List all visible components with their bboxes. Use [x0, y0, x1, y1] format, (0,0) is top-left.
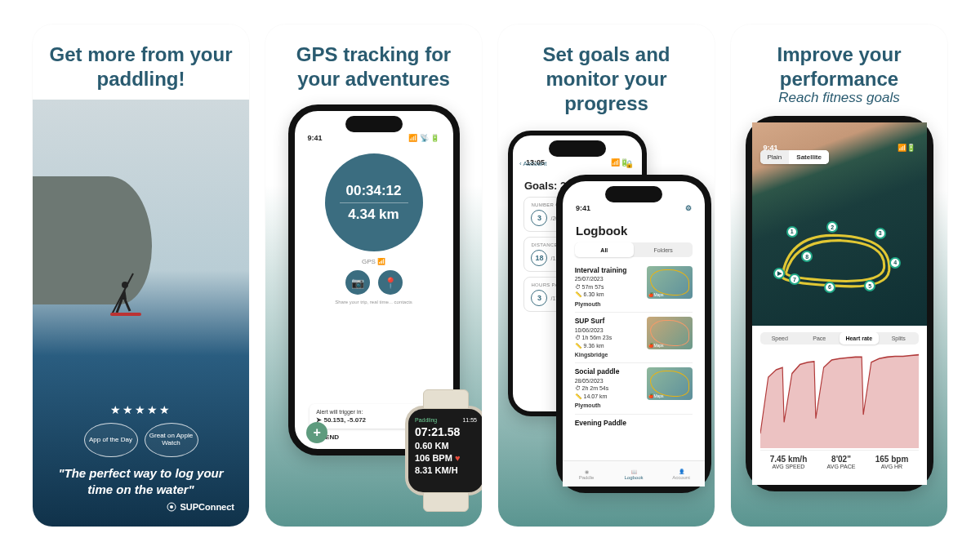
tab-all[interactable]: All	[575, 242, 634, 257]
status-time: 9:41	[308, 134, 323, 142]
svg-rect-4	[110, 313, 141, 316]
distance-value: 4.34 km	[340, 202, 408, 223]
panel-3-body: 13:05📶🔋 ‹ Account 🔒 Goals: 2024 NUMBER O…	[498, 124, 715, 527]
watch-heart-rate: 106 BPM ♥	[415, 453, 477, 463]
nav-paddle[interactable]: ◉Paddle	[563, 461, 610, 487]
promo-panel-4: Improve your performance Reach fitness g…	[731, 24, 947, 527]
lock-icon[interactable]: 🔒	[625, 160, 634, 168]
map-mode-plain[interactable]: Plain	[760, 150, 790, 164]
heart-icon: ♥	[455, 453, 461, 463]
chart-tabs[interactable]: Speed Pace Heart rate Splits	[760, 332, 919, 344]
subheadline-4: Reach fitness goals	[778, 90, 899, 106]
log-entry[interactable]: Interval training25/07/2023⏱ 57m 57s📏 6.…	[575, 262, 693, 313]
status-time: 9:41	[576, 204, 590, 212]
headline-3: Set goals and monitor your progress	[498, 24, 715, 124]
badge-apple-watch: Great on Apple Watch	[145, 423, 198, 457]
log-map-thumb: 🍎Maps	[647, 367, 693, 400]
nav-account[interactable]: 👤Account	[657, 461, 705, 487]
log-text: Evening Paddle	[575, 419, 693, 428]
logbook-icon: 📖	[631, 469, 637, 474]
status-time: 9:41	[764, 144, 778, 152]
watch-clock: 11:55	[462, 417, 477, 423]
waypoint: 1	[786, 226, 798, 238]
nav-logbook[interactable]: 📖Logbook	[610, 461, 657, 487]
promo-panel-2: GPS tracking for your adventures 9:41 📶 …	[265, 24, 482, 527]
svg-line-3	[125, 300, 130, 311]
status-indicators: 📶 📡 🔋	[408, 134, 439, 142]
elapsed-time: 00:34:12	[345, 183, 401, 199]
stat-avg-hr: 165 bpmAVG HR	[875, 455, 909, 469]
log-entry[interactable]: Social paddle28/05/2023⏱ 2h 2m 54s📏 14.0…	[575, 363, 693, 414]
review-quote: "The perfect way to log your time on the…	[47, 465, 234, 497]
bottom-nav: ◉Paddle 📖Logbook 👤Account	[563, 460, 705, 487]
award-badges: App of the Day Great on Apple Watch	[84, 423, 198, 457]
satellite-map[interactable]: Plain Satellite ▶ 1 2 3 4 5 6 7 8	[752, 122, 927, 326]
waypoint: 6	[824, 282, 835, 293]
watch-elapsed: 07:21.58	[415, 425, 477, 438]
logbook-tabs[interactable]: All Folders	[575, 242, 693, 257]
promo-panel-1: Get more from your paddling! ★★★★★ App o…	[33, 24, 249, 527]
logbook-screen: 9:41⚙ Logbook All Folders Interval train…	[563, 181, 705, 487]
performance-screen: 9:41📶🔋 Plain Satellite ▶ 1 2 3 4 5	[752, 122, 927, 485]
logbook-title: Logbook	[576, 224, 627, 238]
camera-button[interactable]: 📷	[345, 270, 370, 295]
goal-value: 3	[531, 210, 547, 226]
waypoint: 3	[875, 228, 886, 239]
headline-4: Improve your performance	[731, 24, 947, 93]
status-indicators: 📶🔋	[898, 144, 915, 152]
share-hint: Share your trip, real time... contacts	[335, 300, 412, 305]
tab-speed[interactable]: Speed	[760, 332, 800, 344]
star-rating: ★★★★★	[110, 403, 172, 416]
watch-screen: Paddling 11:55 07:21.58 0.60 KM 106 BPM …	[405, 406, 482, 495]
watch-activity-label: Paddling	[415, 417, 437, 423]
tab-heart-rate[interactable]: Heart rate	[840, 332, 880, 344]
map-mode-satellite[interactable]: Satellite	[789, 150, 829, 164]
activity-stat-circle[interactable]: 00:34:12 4.34 km	[325, 153, 423, 251]
stat-avg-speed: 7.45 km/hAVG SPEED	[770, 455, 808, 469]
tab-folders[interactable]: Folders	[634, 242, 693, 257]
log-map-thumb: 🍎Maps	[647, 317, 693, 349]
goal-value: 18	[531, 250, 547, 266]
watch-mockup: Paddling 11:55 07:21.58 0.60 KM 106 BPM …	[397, 389, 482, 512]
log-text: SUP Surf10/06/2023⏱ 1h 56m 23s📏 9.36 kmK…	[575, 317, 643, 358]
quote-attribution: SUPConnect	[167, 502, 234, 512]
status-bar: 9:41📶🔋	[752, 144, 927, 152]
gps-track: ▶ 1 2 3 4 5 6 7 8	[776, 220, 902, 296]
summary-stats: 7.45 km/hAVG SPEED 8'02"AVG PACE 165 bpm…	[760, 450, 919, 469]
log-map-thumb: 🍎Maps	[647, 266, 693, 299]
svg-point-1	[122, 282, 128, 288]
map-mode-toggle[interactable]: Plain Satellite	[760, 150, 829, 164]
phone-mockup-performance: 9:41📶🔋 Plain Satellite ▶ 1 2 3 4 5	[746, 116, 933, 491]
log-text: Interval training25/07/2023⏱ 57m 57s📏 6.…	[575, 266, 643, 308]
paddle-icon: ◉	[585, 469, 589, 474]
settings-icon[interactable]: ⚙	[685, 204, 692, 212]
status-bar: 9:41⚙	[571, 204, 697, 212]
waypoint: 4	[889, 257, 901, 269]
stat-avg-pace: 8'02"AVG PACE	[827, 455, 856, 469]
action-buttons-row: 📷 📍	[345, 270, 403, 295]
panel-4-body: 9:41📶🔋 Plain Satellite ▶ 1 2 3 4 5	[731, 106, 947, 527]
status-bar: 9:41 📶 📡 🔋	[303, 134, 445, 142]
svg-point-6	[170, 505, 173, 509]
back-button[interactable]: ‹ Account	[519, 160, 546, 167]
panel-2-body: 9:41 📶 📡 🔋 00:34:12 4.34 km GPS 📶 📷 📍 Sh…	[265, 100, 482, 527]
promo-panel-3: Set goals and monitor your progress 13:0…	[498, 24, 715, 527]
watch-distance: 0.60 KM	[415, 441, 477, 451]
location-button[interactable]: 📍	[378, 270, 403, 295]
tab-pace[interactable]: Pace	[800, 332, 840, 344]
phone-mockup-logbook: 9:41⚙ Logbook All Folders Interval train…	[556, 175, 711, 493]
attribution-text: SUPConnect	[180, 502, 234, 512]
logo-icon	[167, 502, 176, 512]
heart-rate-chart	[760, 351, 919, 448]
log-entry[interactable]: Evening Paddle	[575, 415, 693, 432]
chart-panel: Speed Pace Heart rate Splits 7.45 km/hAV…	[752, 326, 927, 485]
headline-1: Get more from your paddling!	[33, 24, 249, 100]
log-entry[interactable]: SUP Surf10/06/2023⏱ 1h 56m 23s📏 9.36 kmK…	[575, 313, 693, 363]
goal-value: 3	[531, 290, 547, 306]
watch-speed: 8.31 KM/H	[415, 465, 477, 475]
log-text: Social paddle28/05/2023⏱ 2h 2m 54s📏 14.0…	[575, 367, 643, 409]
tab-splits[interactable]: Splits	[879, 332, 919, 344]
badge-app-of-day: App of the Day	[84, 423, 138, 457]
hero-photo: ★★★★★ App of the Day Great on Apple Watc…	[33, 100, 249, 527]
headline-2: GPS tracking for your adventures	[265, 24, 482, 100]
